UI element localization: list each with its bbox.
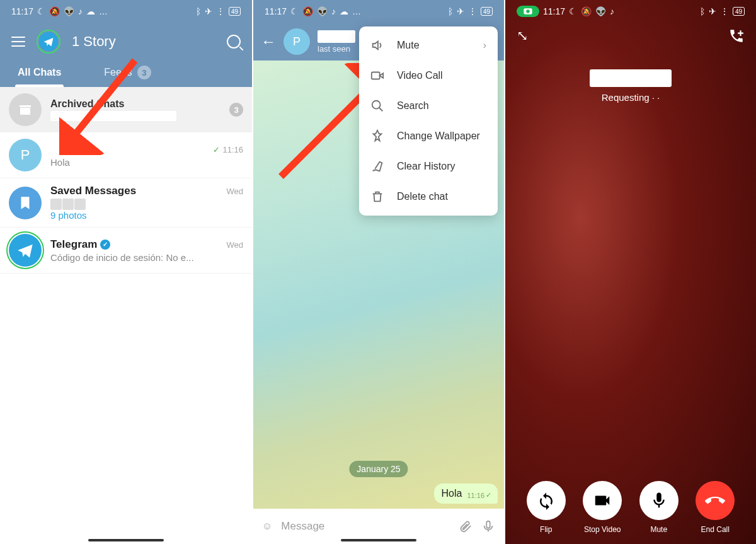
back-button[interactable]: ←	[261, 33, 276, 50]
menu-label: Video Call	[397, 70, 443, 81]
trash-icon	[370, 190, 384, 204]
reddit-icon: 👽	[317, 6, 328, 16]
app-header: 11:17 ☾ 🔕 👽 ♪ ☁ … ᛒ ✈ ⋮ 49 1 St	[0, 0, 252, 87]
menu-wallpaper[interactable]: Change Wallpaper	[359, 121, 498, 151]
call-controls: Flip Stop Video Mute End Call	[505, 481, 756, 534]
chat-item[interactable]: P ✓11:16 Hola	[0, 132, 252, 178]
tiktok-icon: ♪	[610, 6, 614, 16]
archive-icon	[9, 93, 42, 126]
svg-point-6	[526, 9, 529, 13]
menu-label: Delete chat	[397, 191, 448, 202]
status-bar: 11:17 ☾ 🔕 👽 ♪ ᛒ ✈ ⋮ 49	[505, 0, 756, 23]
plane-icon: ✈	[457, 6, 464, 16]
control-label: End Call	[701, 525, 730, 534]
wifi-icon: ⋮	[216, 6, 225, 16]
tiktok-icon: ♪	[331, 6, 336, 16]
battery-icon: 49	[229, 7, 241, 16]
tab-all-chats[interactable]: All Chats	[15, 61, 64, 84]
search-icon	[370, 99, 384, 113]
bluetooth-icon: ᛒ	[196, 6, 201, 16]
bluetooth-icon: ᛒ	[700, 6, 705, 16]
gesture-bar	[88, 539, 164, 541]
search-icon[interactable]	[227, 35, 241, 49]
message-input[interactable]: Message	[281, 520, 450, 533]
saved-messages-icon	[9, 187, 42, 219]
attach-icon[interactable]	[459, 519, 472, 533]
telegram-avatar	[9, 234, 42, 267]
contact-name	[590, 69, 672, 87]
emoji-icon[interactable]: ☺	[262, 521, 272, 532]
more-icon: …	[352, 6, 361, 16]
more-icon: …	[99, 6, 108, 16]
svg-point-2	[372, 101, 381, 109]
contact-avatar[interactable]: P	[284, 28, 310, 55]
status-bar: 11:17 ☾ 🔕 👽 ♪ ☁ … ᛒ ✈ ⋮ 49	[253, 0, 504, 23]
chat-name: Saved Messages	[50, 185, 136, 197]
end-call-button[interactable]: End Call	[696, 481, 735, 534]
stop-video-button[interactable]: Stop Video	[583, 481, 622, 534]
mic-icon[interactable]	[481, 519, 495, 533]
message-time: 11:16	[467, 492, 484, 499]
contact-name	[318, 30, 355, 43]
wifi-icon: ⋮	[720, 6, 729, 16]
screen-chat-list: 11:17 ☾ 🔕 👽 ♪ ☁ … ᛒ ✈ ⋮ 49 1 St	[0, 0, 252, 544]
add-call-icon[interactable]	[728, 28, 745, 44]
chevron-right-icon: ›	[483, 40, 486, 51]
minimize-icon[interactable]: ⤡	[517, 28, 528, 44]
chat-preview: 9 photos	[50, 199, 243, 221]
video-icon	[370, 69, 384, 83]
chat-time: 11:16	[222, 145, 243, 154]
chat-item[interactable]: Telegram Wed Código de inicio de sesión:…	[0, 228, 252, 274]
plane-icon: ✈	[205, 6, 212, 16]
tab-label: All Chats	[18, 67, 61, 78]
story-ring[interactable]	[37, 30, 60, 54]
control-label: Stop Video	[584, 525, 621, 534]
chat-time: Wed	[227, 240, 244, 250]
message-text: Hola	[442, 488, 462, 499]
flip-icon	[527, 481, 566, 520]
dnd-icon: 🔕	[581, 6, 592, 16]
plane-icon: ✈	[709, 6, 716, 16]
mute-button[interactable]: Mute	[639, 481, 679, 534]
gesture-bar	[341, 539, 416, 541]
menu-mute[interactable]: Mute ›	[359, 30, 498, 61]
svg-rect-1	[372, 72, 380, 79]
pin-icon	[370, 129, 384, 143]
dnd-icon: 🔕	[302, 6, 313, 16]
status-time: 11:17	[543, 6, 565, 16]
archived-badge: 3	[229, 103, 243, 117]
tiktok-icon: ♪	[78, 6, 83, 16]
menu-video-call[interactable]: Video Call	[359, 61, 498, 91]
chat-name: Telegram	[50, 238, 110, 251]
speaker-icon	[370, 38, 384, 52]
header-title: 1 Story	[72, 33, 215, 50]
title-bar: 1 Story	[0, 23, 252, 61]
flip-camera-button[interactable]: Flip	[527, 481, 566, 534]
menu-delete-chat[interactable]: Delete chat	[359, 182, 498, 212]
archived-preview	[50, 111, 176, 121]
chat-item[interactable]: Saved Messages Wed 9 photos	[0, 178, 252, 228]
chat-preview: Código de inicio de sesión: No e...	[50, 252, 243, 263]
status-bar: 11:17 ☾ 🔕 👽 ♪ ☁ … ᛒ ✈ ⋮ 49	[0, 0, 252, 23]
context-menu: Mute › Video Call Search Change Wallpape…	[359, 26, 498, 216]
outgoing-message[interactable]: Hola 11:16✓	[434, 483, 498, 504]
menu-button[interactable]	[11, 37, 25, 47]
call-status: Requesting · ·	[590, 92, 672, 103]
camera-indicator	[517, 6, 539, 17]
dnd-icon: 🔕	[49, 6, 60, 16]
tab-feeds[interactable]: Feeds 3	[101, 61, 153, 84]
check-icon: ✓	[213, 145, 220, 154]
archived-chats-row[interactable]: Archived Chats 3	[0, 87, 252, 132]
moon-icon: ☾	[290, 6, 299, 16]
menu-label: Search	[397, 100, 429, 112]
chat-time: Wed	[227, 187, 244, 196]
status-time: 11:17	[265, 6, 287, 16]
tab-label: Feeds	[104, 67, 132, 78]
menu-search[interactable]: Search	[359, 91, 498, 121]
telegram-logo-icon	[39, 32, 58, 51]
bluetooth-icon: ᛒ	[448, 6, 453, 16]
cloud-icon: ☁	[340, 6, 348, 16]
battery-icon: 49	[733, 7, 745, 16]
check-icon: ✓	[486, 491, 491, 499]
menu-clear-history[interactable]: Clear History	[359, 151, 498, 182]
